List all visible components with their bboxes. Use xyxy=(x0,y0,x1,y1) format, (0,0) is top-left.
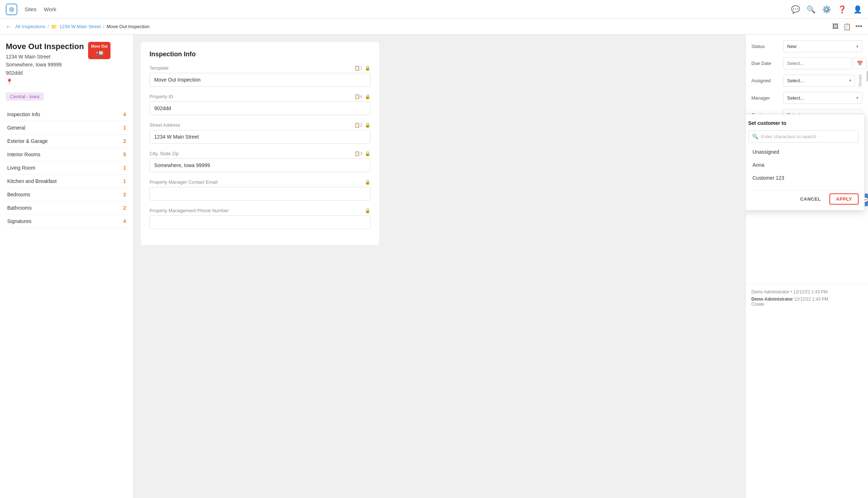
cancel-button[interactable]: CANCEL xyxy=(796,193,825,205)
template-lock-icon: 🔒 xyxy=(365,65,370,71)
due-date-row: Due Date 📅 xyxy=(751,57,862,69)
nav-badge-bedrooms: 2 xyxy=(123,192,126,197)
field-label-pm-phone: Property Management Phone Number xyxy=(149,208,229,213)
inspection-title: Move Out Inspection xyxy=(6,42,84,51)
image-icon[interactable]: 🖼 xyxy=(832,23,839,31)
nav-label-exterior-garage: Exterior & Garage xyxy=(7,138,48,144)
activity-item-2: Demo Administrator 12/12/22 1:43 PM Crea… xyxy=(751,297,862,307)
nav-badge-exterior-garage: 2 xyxy=(123,138,126,144)
field-label-city-state-zip: City, State Zip xyxy=(149,151,179,156)
back-button[interactable]: ← xyxy=(6,23,12,30)
activity-section: Demo Administrator • 12/12/22 1:43 PM De… xyxy=(746,283,868,315)
due-date-label: Due Date xyxy=(751,61,780,66)
template-input[interactable] xyxy=(149,73,370,87)
left-sidebar: Move Out Inspection 1234 W Main Street S… xyxy=(0,35,134,498)
nav-item-bathrooms[interactable]: Bathrooms 2 xyxy=(6,201,127,215)
manager-select[interactable]: Select... xyxy=(783,92,862,104)
nav-label-inspection-info: Inspection Info xyxy=(7,112,40,117)
dropdown-title: Set customer to xyxy=(748,120,859,126)
right-panel-inner: Status New ▼ Due Date 📅 xyxy=(746,35,868,132)
street-address-input[interactable] xyxy=(149,130,370,144)
assigned-control: Select... ▼ Vendor xyxy=(783,74,862,87)
tag-badge[interactable]: Central - Iowa xyxy=(6,92,44,101)
vendor-label: Vendor xyxy=(858,74,862,87)
nav-label-kitchen-breakfast: Kitchen and Breakfast xyxy=(7,178,57,184)
nav-item-kitchen-breakfast[interactable]: Kitchen and Breakfast 1 xyxy=(6,175,127,188)
center-content: Inspection Info Template 📋1 🔒 Property I… xyxy=(134,35,745,498)
search-icon[interactable]: 🔍 xyxy=(807,5,816,14)
status-label: Status xyxy=(751,44,780,49)
location-pin-icon: 📍 xyxy=(6,78,13,85)
location-row: 📍 xyxy=(6,78,84,85)
app-logo[interactable]: ◎ xyxy=(6,4,17,15)
pm-email-input[interactable] xyxy=(149,187,370,201)
street-address-count-icon: 📋2 xyxy=(354,122,363,128)
customer-option-unassigned[interactable]: Unassigned xyxy=(748,145,859,158)
nav-item-living-room[interactable]: Living Room 1 xyxy=(6,161,127,175)
breadcrumb-all-inspections[interactable]: All Inspections xyxy=(15,24,45,29)
nav-badge-inspection-info: 4 xyxy=(123,112,126,117)
dropdown-actions: CANCEL APPLY xyxy=(748,190,859,205)
nav-label-general: General xyxy=(7,125,25,131)
nav-item-signatures[interactable]: Signatures 4 xyxy=(6,215,127,228)
nav-label-signatures: Signatures xyxy=(7,218,31,224)
property-id-input[interactable] xyxy=(149,101,370,115)
inspection-info-card: Inspection Info Template 📋1 🔒 Property I… xyxy=(141,42,379,245)
nav-sites[interactable]: Sites xyxy=(25,6,36,12)
field-icons-pm-email: 🔒 xyxy=(365,179,370,185)
activity-item-1: Demo Administrator • 12/12/22 1:43 PM xyxy=(751,289,862,294)
property-id-lock-icon: 🔒 xyxy=(365,94,370,99)
activity-timestamp: Demo Administrator • 12/12/22 1:43 PM xyxy=(751,289,828,294)
manager-control: Select... ▼ xyxy=(783,92,862,104)
street-address-lock-icon: 🔒 xyxy=(365,122,370,128)
status-select[interactable]: New xyxy=(783,40,862,52)
chat-icon[interactable]: 💬 xyxy=(791,5,800,14)
nav-label-living-room: Living Room xyxy=(7,165,35,171)
field-label-street-address: Street Address xyxy=(149,122,180,128)
nav-work[interactable]: Work xyxy=(44,6,56,12)
nav-item-interior-rooms[interactable]: Interior Rooms 5 xyxy=(6,148,127,161)
field-template: Template 📋1 🔒 xyxy=(149,65,370,87)
customer-option-anna[interactable]: Anna xyxy=(748,158,859,171)
city-state-zip-count-icon: 📋3 xyxy=(354,151,363,156)
field-icons-pm-phone: 🔒 xyxy=(365,208,370,213)
document-icon[interactable]: 📋 xyxy=(843,23,851,31)
due-date-input[interactable] xyxy=(783,57,852,69)
section-nav-list: Inspection Info 4 General 1 Exterior & G… xyxy=(6,108,127,228)
search-row[interactable]: 🔍 Enter characters to search xyxy=(748,130,859,143)
nav-badge-living-room: 1 xyxy=(123,165,126,171)
breadcrumb-sep1: / xyxy=(48,24,49,29)
card-title: Inspection Info xyxy=(149,51,370,58)
move-out-badge: Move Out 🚛 xyxy=(88,42,110,59)
field-icons-property-id: 📋4 🔒 xyxy=(354,94,370,99)
nav-badge-kitchen-breakfast: 1 xyxy=(123,178,126,184)
pm-phone-input[interactable] xyxy=(149,215,370,229)
customer-option-customer123[interactable]: Customer 123 xyxy=(748,171,859,184)
status-row: Status New ▼ xyxy=(751,40,862,52)
date-calendar-button[interactable]: 📅 xyxy=(853,58,867,69)
apply-button[interactable]: APPLY xyxy=(829,193,859,205)
field-label-template: Template xyxy=(149,65,169,71)
breadcrumb-sep2: / xyxy=(103,24,104,29)
assigned-select[interactable]: Select... xyxy=(783,75,855,87)
help-icon[interactable]: ❓ xyxy=(838,5,847,14)
scroll-indicator xyxy=(867,71,868,82)
nav-item-exterior-garage[interactable]: Exterior & Garage 2 xyxy=(6,135,127,148)
property-id-count-icon: 📋4 xyxy=(354,94,363,99)
breadcrumb-address[interactable]: 1234 W Main Street xyxy=(59,24,101,29)
nav-badge-bathrooms: 2 xyxy=(123,205,126,211)
field-label-property-id: Property ID xyxy=(149,94,173,99)
nav-item-general[interactable]: General 1 xyxy=(6,121,127,135)
settings-icon[interactable]: ⚙️ xyxy=(822,5,831,14)
activity-actor: Demo Administrator xyxy=(751,297,793,302)
user-avatar[interactable]: 👤 xyxy=(853,5,862,14)
manager-label: Manager xyxy=(751,95,780,101)
more-icon[interactable]: ••• xyxy=(855,23,862,31)
nav-label-bedrooms: Bedrooms xyxy=(7,192,30,197)
city-state-zip-input[interactable] xyxy=(149,158,370,172)
breadcrumb-actions: 🖼 📋 ••• xyxy=(832,23,862,31)
nav-item-bedrooms[interactable]: Bedrooms 2 xyxy=(6,188,127,201)
field-pm-email: Property Manager Contact Email 🔒 xyxy=(149,179,370,201)
template-count-icon: 📋1 xyxy=(354,65,363,71)
nav-item-inspection-info[interactable]: Inspection Info 4 xyxy=(6,108,127,121)
